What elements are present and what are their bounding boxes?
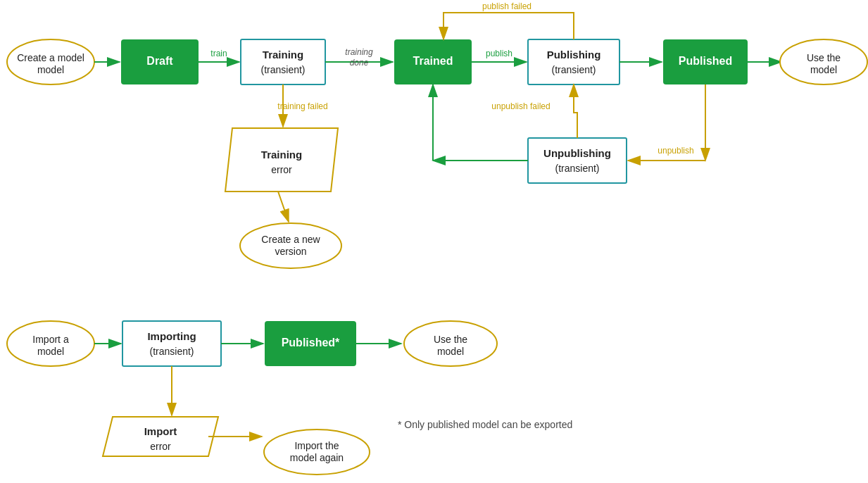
svg-text:training: training	[345, 47, 373, 57]
svg-text:(transient): (transient)	[555, 163, 599, 174]
svg-text:model: model	[37, 64, 64, 75]
svg-text:publish failed: publish failed	[482, 1, 532, 11]
svg-text:(transient): (transient)	[551, 64, 596, 75]
svg-text:Use the: Use the	[807, 52, 841, 63]
published-label: Published	[679, 55, 732, 67]
published-star-label: Published*	[282, 337, 340, 349]
svg-text:Import: Import	[144, 425, 177, 437]
svg-text:Create a new: Create a new	[261, 234, 320, 245]
svg-text:Training: Training	[261, 149, 302, 161]
svg-text:model: model	[810, 64, 837, 75]
trained-label: Trained	[413, 55, 453, 67]
arrow-publish-failed	[444, 13, 574, 39]
svg-text:model: model	[437, 346, 464, 357]
svg-text:(transient): (transient)	[260, 64, 305, 75]
train-label: train	[210, 49, 227, 58]
arrow-unpublish-failed	[574, 84, 577, 138]
svg-text:(transient): (transient)	[149, 346, 194, 357]
footnote: * Only published model can be exported	[398, 419, 572, 430]
svg-text:Importing: Importing	[147, 330, 196, 342]
svg-text:Training: Training	[263, 49, 303, 61]
create-a-model-label: Create a model	[17, 52, 84, 63]
svg-text:done: done	[350, 58, 369, 68]
svg-text:version: version	[275, 246, 306, 257]
arrow-error-to-new-version	[278, 192, 289, 222]
publish-label: publish	[486, 49, 512, 58]
svg-text:Unpublishing: Unpublishing	[543, 147, 611, 159]
svg-text:model again: model again	[290, 452, 344, 463]
publishing-transient-node	[528, 39, 619, 84]
svg-text:model: model	[37, 346, 64, 357]
unpublishing-transient-node	[528, 138, 627, 183]
importing-transient-node	[122, 321, 221, 366]
draft-label: Draft	[146, 55, 173, 67]
svg-text:unpublish: unpublish	[658, 146, 693, 156]
svg-text:Use the: Use the	[434, 334, 467, 345]
svg-text:unpublish failed: unpublish failed	[491, 101, 550, 111]
svg-text:error: error	[150, 441, 171, 452]
svg-text:Import a: Import a	[32, 334, 69, 345]
svg-text:Import the: Import the	[294, 440, 339, 451]
svg-text:training failed: training failed	[277, 101, 327, 111]
svg-text:error: error	[271, 164, 292, 175]
training-transient-node	[241, 39, 325, 84]
svg-text:Publishing: Publishing	[547, 49, 601, 61]
